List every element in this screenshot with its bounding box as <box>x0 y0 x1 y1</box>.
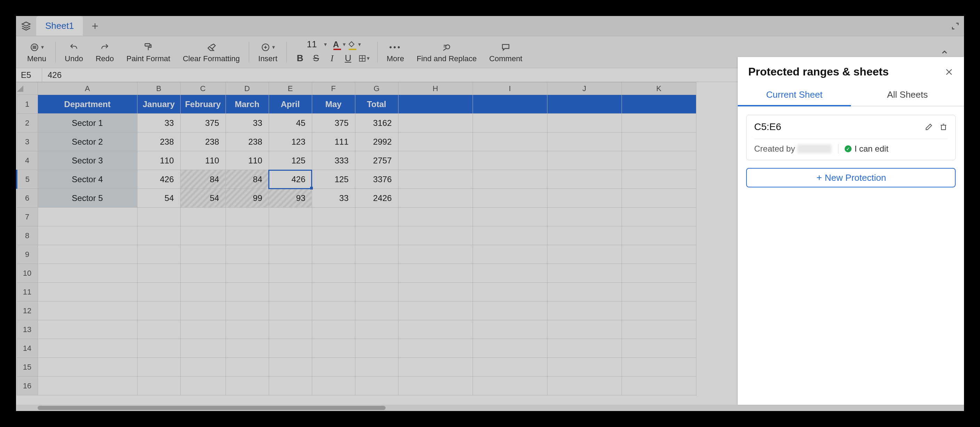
cell-J16[interactable] <box>547 376 622 395</box>
cell-G6[interactable]: 2426 <box>355 189 398 208</box>
cell-G7[interactable] <box>355 208 398 226</box>
clear-formatting-button[interactable]: Clear Formatting <box>177 41 246 63</box>
cell-I12[interactable] <box>473 302 547 320</box>
cell-K1[interactable] <box>622 95 696 114</box>
cell-C14[interactable] <box>180 339 226 358</box>
cell-K14[interactable] <box>622 339 696 358</box>
cell-H15[interactable] <box>398 358 473 376</box>
cell-F5[interactable]: 125 <box>312 170 355 189</box>
row-header-7[interactable]: 7 <box>17 208 38 226</box>
cell-B13[interactable] <box>137 320 180 339</box>
new-protection-button[interactable]: New Protection <box>746 168 956 187</box>
cell-A1[interactable]: Department <box>38 95 137 114</box>
row-header-6[interactable]: 6 <box>17 189 38 208</box>
cell-I3[interactable] <box>473 132 547 151</box>
col-header-K[interactable]: K <box>622 83 696 95</box>
add-sheet-button[interactable] <box>86 22 104 30</box>
cell-B7[interactable] <box>137 208 180 226</box>
undo-button[interactable]: Undo <box>59 41 89 63</box>
cell-J13[interactable] <box>547 320 622 339</box>
underline-button[interactable]: U <box>340 51 356 66</box>
cell-K4[interactable] <box>622 151 696 170</box>
cell-C11[interactable] <box>180 283 226 302</box>
bold-button[interactable]: B <box>292 51 308 66</box>
cell-A10[interactable] <box>38 264 137 283</box>
cell-C2[interactable]: 375 <box>180 114 226 132</box>
cell-C13[interactable] <box>180 320 226 339</box>
cell-D5[interactable]: 84 <box>226 170 269 189</box>
cell-J5[interactable] <box>547 170 622 189</box>
name-box[interactable]: E5 <box>16 68 42 82</box>
cell-D16[interactable] <box>226 376 269 395</box>
cell-E12[interactable] <box>269 302 312 320</box>
layers-icon[interactable] <box>16 21 36 31</box>
cell-G16[interactable] <box>355 376 398 395</box>
cell-D6[interactable]: 99 <box>226 189 269 208</box>
cell-E7[interactable] <box>269 208 312 226</box>
row-header-3[interactable]: 3 <box>17 132 38 151</box>
cell-F10[interactable] <box>312 264 355 283</box>
close-icon[interactable] <box>945 67 953 76</box>
cell-E4[interactable]: 125 <box>269 151 312 170</box>
row-header-15[interactable]: 15 <box>17 358 38 376</box>
cell-E16[interactable] <box>269 376 312 395</box>
cell-H12[interactable] <box>398 302 473 320</box>
col-header-I[interactable]: I <box>473 83 547 95</box>
cell-C9[interactable] <box>180 245 226 264</box>
cell-I4[interactable] <box>473 151 547 170</box>
cell-I10[interactable] <box>473 264 547 283</box>
col-header-F[interactable]: F <box>312 83 355 95</box>
cell-H7[interactable] <box>398 208 473 226</box>
cell-B10[interactable] <box>137 264 180 283</box>
cell-E11[interactable] <box>269 283 312 302</box>
cell-C4[interactable]: 110 <box>180 151 226 170</box>
cell-F3[interactable]: 111 <box>312 132 355 151</box>
cell-I13[interactable] <box>473 320 547 339</box>
cell-D2[interactable]: 33 <box>226 114 269 132</box>
cell-F15[interactable] <box>312 358 355 376</box>
cell-F4[interactable]: 333 <box>312 151 355 170</box>
cell-I15[interactable] <box>473 358 547 376</box>
cell-C1[interactable]: February <box>180 95 226 114</box>
row-header-2[interactable]: 2 <box>17 114 38 132</box>
cell-I16[interactable] <box>473 376 547 395</box>
cell-D10[interactable] <box>226 264 269 283</box>
row-header-9[interactable]: 9 <box>17 245 38 264</box>
strike-button[interactable]: S <box>308 51 324 66</box>
cell-D15[interactable] <box>226 358 269 376</box>
cell-J3[interactable] <box>547 132 622 151</box>
cell-F13[interactable] <box>312 320 355 339</box>
row-header-14[interactable]: 14 <box>17 339 38 358</box>
cell-H1[interactable] <box>398 95 473 114</box>
cell-H8[interactable] <box>398 226 473 245</box>
col-header-A[interactable]: A <box>38 83 137 95</box>
cell-E2[interactable]: 45 <box>269 114 312 132</box>
cell-G12[interactable] <box>355 302 398 320</box>
cell-H13[interactable] <box>398 320 473 339</box>
cell-I7[interactable] <box>473 208 547 226</box>
col-header-G[interactable]: G <box>355 83 398 95</box>
cell-K13[interactable] <box>622 320 696 339</box>
cell-C15[interactable] <box>180 358 226 376</box>
cell-A3[interactable]: Sector 2 <box>38 132 137 151</box>
cell-K5[interactable] <box>622 170 696 189</box>
cell-E6[interactable]: 93 <box>269 189 312 208</box>
cell-K7[interactable] <box>622 208 696 226</box>
cell-C16[interactable] <box>180 376 226 395</box>
cell-B8[interactable] <box>137 226 180 245</box>
more-button[interactable]: ••• More <box>380 41 410 63</box>
cell-K3[interactable] <box>622 132 696 151</box>
cell-A9[interactable] <box>38 245 137 264</box>
cell-J9[interactable] <box>547 245 622 264</box>
cell-G13[interactable] <box>355 320 398 339</box>
delete-protection-icon[interactable] <box>939 123 948 131</box>
cell-F14[interactable] <box>312 339 355 358</box>
cell-F2[interactable]: 375 <box>312 114 355 132</box>
borders-button[interactable]: ▾ <box>356 51 372 66</box>
row-header-1[interactable]: 1 <box>17 95 38 114</box>
cell-D12[interactable] <box>226 302 269 320</box>
cell-G14[interactable] <box>355 339 398 358</box>
cell-G4[interactable]: 2757 <box>355 151 398 170</box>
cell-C10[interactable] <box>180 264 226 283</box>
cell-G9[interactable] <box>355 245 398 264</box>
